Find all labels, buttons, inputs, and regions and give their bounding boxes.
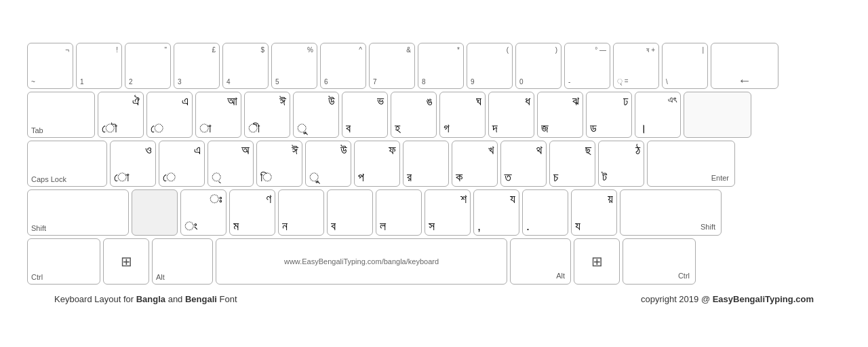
key-period[interactable]: .	[522, 189, 568, 236]
key-ctrl-right[interactable]: Ctrl	[623, 238, 696, 285]
key-d[interactable]: অ ্	[208, 141, 254, 187]
key-n[interactable]: ল	[376, 189, 422, 236]
key-slash[interactable]: য় য	[571, 189, 617, 236]
key-bracket-left[interactable]: ঢ ড	[586, 92, 632, 138]
key-win-right[interactable]: ⊞	[574, 238, 620, 285]
footer: Keyboard Layout for Bangla and Bengali F…	[27, 294, 841, 304]
key-s[interactable]: এ ে	[159, 141, 205, 187]
key-semicolon[interactable]: ছ চ	[549, 141, 595, 187]
key-p[interactable]: ঝ জ	[537, 92, 583, 138]
key-enter[interactable]: Enter	[647, 141, 735, 187]
key-7[interactable]: & 7	[369, 43, 415, 89]
key-alt-right[interactable]: Alt	[510, 238, 571, 285]
footer-left: Keyboard Layout for Bangla and Bengali F…	[54, 294, 237, 304]
footer-right: copyright 2019 @ EasyBengaliTyping.com	[641, 294, 814, 304]
key-minus[interactable]: ° — -	[564, 43, 610, 89]
keyboard-wrapper: ¬ ~ ! 1 " 2 £ 3 $ 4 % 5	[0, 29, 868, 318]
key-comma[interactable]: য ,	[473, 189, 519, 236]
number-row: ¬ ~ ! 1 " 2 £ 3 $ 4 % 5	[27, 43, 778, 89]
key-2[interactable]: " 2	[125, 43, 171, 89]
key-j[interactable]: র	[403, 141, 449, 187]
key-r[interactable]: ঈ ী	[244, 92, 290, 138]
qwerty-row: Tab ঐ ৌ এ ে আ া ঈ ী উ ু ভ	[27, 92, 778, 138]
key-5[interactable]: % 5	[271, 43, 317, 89]
key-tab[interactable]: Tab	[27, 92, 95, 138]
key-i[interactable]: ঘ গ	[439, 92, 486, 138]
key-bracket-right[interactable]: এৎ ।	[635, 92, 681, 138]
key-y[interactable]: ভ ব	[342, 92, 388, 138]
key-alt-left[interactable]: Alt	[152, 238, 213, 285]
key-m[interactable]: শ স	[425, 189, 471, 236]
key-t[interactable]: উ ু	[293, 92, 339, 138]
key-v[interactable]: ন	[278, 189, 324, 236]
key-h[interactable]: ফ প	[354, 141, 400, 187]
key-backspace[interactable]: ←	[711, 43, 778, 89]
key-9[interactable]: ( 9	[467, 43, 513, 89]
key-6[interactable]: ^ 6	[320, 43, 366, 89]
key-space[interactable]: www.EasyBengaliTyping.com/bangla/keyboar…	[216, 238, 507, 285]
key-shift-right[interactable]: Shift	[620, 189, 722, 236]
key-q[interactable]: ঐ ৌ	[98, 92, 144, 138]
key-g[interactable]: উ ু	[305, 141, 351, 187]
key-1[interactable]: ! 1	[76, 43, 122, 89]
key-u[interactable]: ঙ হ	[391, 92, 437, 138]
key-w[interactable]: এ ে	[146, 92, 193, 138]
key-z[interactable]	[132, 189, 178, 236]
key-f[interactable]: ঈ ি	[256, 141, 302, 187]
key-capslock[interactable]: Caps Lock	[27, 141, 107, 187]
key-4[interactable]: $ 4	[222, 43, 269, 89]
key-8[interactable]: * 8	[418, 43, 464, 89]
asdf-row: Caps Lock ও ো এ ে অ ্ ঈ ি উ ু	[27, 141, 778, 187]
key-shift-left[interactable]: Shift	[27, 189, 129, 236]
key-equals[interactable]: ষ + ৃ =	[613, 43, 659, 89]
key-l[interactable]: থ ত	[500, 141, 547, 187]
keyboard: ¬ ~ ! 1 " 2 £ 3 $ 4 % 5	[27, 43, 778, 285]
bottom-row: Ctrl ⊞ Alt www.EasyBengaliTyping.com/ban…	[27, 238, 778, 285]
key-a[interactable]: ও ো	[110, 141, 156, 187]
key-tilde[interactable]: ¬ ~	[27, 43, 73, 89]
key-pipe[interactable]: | \	[662, 43, 708, 89]
key-e[interactable]: আ া	[195, 92, 241, 138]
key-win-left[interactable]: ⊞	[103, 238, 149, 285]
key-3[interactable]: £ 3	[174, 43, 220, 89]
key-o[interactable]: ধ দ	[488, 92, 534, 138]
key-enter-top[interactable]	[684, 92, 751, 138]
key-k[interactable]: খ ক	[452, 141, 498, 187]
key-ctrl-left[interactable]: Ctrl	[27, 238, 100, 285]
key-b[interactable]: ব	[327, 189, 373, 236]
shift-row: Shift ঃ ং ণ ম ন ব ল	[27, 189, 778, 236]
key-0[interactable]: ) 0	[515, 43, 561, 89]
key-c[interactable]: ণ ম	[229, 189, 275, 236]
key-x[interactable]: ঃ ং	[180, 189, 226, 236]
key-quote[interactable]: ঠ ট	[598, 141, 644, 187]
